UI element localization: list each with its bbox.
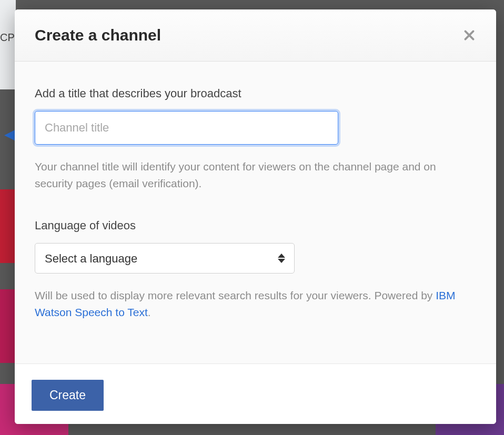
bg-stripe <box>0 289 15 363</box>
title-field-group: Add a title that describes your broadcas… <box>35 87 476 191</box>
create-button[interactable]: Create <box>32 380 104 411</box>
modal-footer: Create <box>15 363 496 424</box>
language-helper-text: Will be used to display more relevant se… <box>35 287 471 320</box>
language-field-label: Language of videos <box>35 219 476 232</box>
close-icon <box>462 28 476 42</box>
language-field-group: Language of videos Select a language Wil… <box>35 219 476 320</box>
create-channel-modal: Create a channel Add a title that descri… <box>15 9 496 424</box>
bg-back-arrow: ◀ <box>4 126 15 143</box>
modal-header: Create a channel <box>15 9 496 62</box>
title-helper-text: Your channel title will identify your co… <box>35 158 471 191</box>
modal-body: Add a title that describes your broadcas… <box>15 62 496 363</box>
bg-partial-text: CP <box>0 32 15 44</box>
language-select[interactable]: Select a language <box>35 243 295 274</box>
close-button[interactable] <box>462 28 476 42</box>
language-select-wrap: Select a language <box>35 243 295 274</box>
modal-title: Create a channel <box>35 26 161 44</box>
language-helper-suffix: . <box>148 306 151 318</box>
title-field-label: Add a title that describes your broadcas… <box>35 87 476 100</box>
language-helper-prefix: Will be used to display more relevant se… <box>35 289 436 301</box>
bg-panel <box>0 0 16 89</box>
bg-stripe <box>0 189 15 263</box>
channel-title-input[interactable] <box>35 111 338 145</box>
